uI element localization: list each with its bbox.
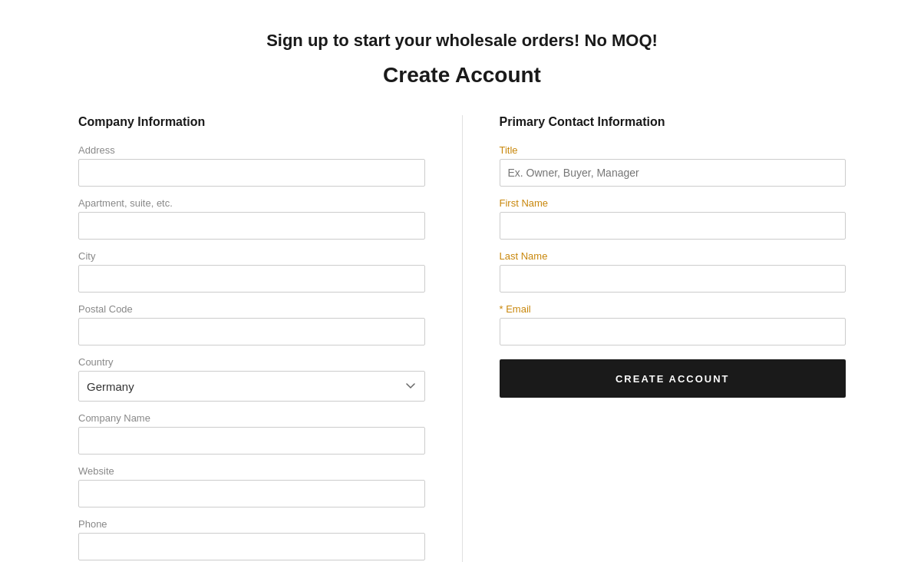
- company-name-field-group: Company Name: [78, 412, 425, 455]
- country-label: Country: [78, 356, 425, 368]
- title-input[interactable]: [500, 159, 846, 187]
- country-field-group: Country Germany United States United Kin…: [78, 356, 425, 402]
- create-account-button[interactable]: CREATE ACCOUNT: [500, 359, 846, 398]
- address-field-group: Address: [78, 144, 425, 187]
- apartment-input[interactable]: [78, 212, 425, 240]
- create-account-group: CREATE ACCOUNT: [500, 356, 846, 398]
- form-columns: Company Information Address Apartment, s…: [78, 115, 846, 562]
- email-label: * Email: [500, 303, 846, 315]
- apartment-field-group: Apartment, suite, etc.: [78, 197, 425, 240]
- email-input[interactable]: [500, 318, 846, 345]
- city-label: City: [78, 250, 425, 262]
- address-label: Address: [78, 144, 425, 156]
- first-name-label: First Name: [500, 197, 846, 209]
- website-input[interactable]: [78, 480, 425, 507]
- company-name-input[interactable]: [78, 427, 425, 455]
- first-name-input[interactable]: [500, 212, 846, 240]
- first-name-field-group: First Name: [500, 197, 846, 240]
- company-column-title: Company Information: [78, 115, 425, 129]
- phone-field-group: Phone: [78, 518, 425, 560]
- page-tagline: Sign up to start your wholesale orders! …: [78, 31, 846, 51]
- page-title: Create Account: [78, 63, 846, 88]
- phone-input[interactable]: [78, 533, 425, 560]
- phone-label: Phone: [78, 518, 425, 530]
- apartment-label: Apartment, suite, etc.: [78, 197, 425, 209]
- email-field-group: * Email: [500, 303, 846, 345]
- country-select[interactable]: Germany United States United Kingdom Fra…: [78, 371, 425, 402]
- page-container: Sign up to start your wholesale orders! …: [78, 31, 846, 562]
- city-input[interactable]: [78, 265, 425, 293]
- website-label: Website: [78, 465, 425, 477]
- postal-code-field-group: Postal Code: [78, 303, 425, 345]
- postal-code-label: Postal Code: [78, 303, 425, 315]
- postal-code-input[interactable]: [78, 318, 425, 345]
- column-divider: [462, 115, 463, 562]
- title-field-group: Title: [500, 144, 846, 187]
- last-name-label: Last Name: [500, 250, 846, 262]
- last-name-input[interactable]: [500, 265, 846, 293]
- city-field-group: City: [78, 250, 425, 293]
- website-field-group: Website: [78, 465, 425, 507]
- company-name-label: Company Name: [78, 412, 425, 424]
- company-column: Company Information Address Apartment, s…: [78, 115, 425, 562]
- address-input[interactable]: [78, 159, 425, 187]
- contact-column-title: Primary Contact Information: [500, 115, 846, 129]
- title-label: Title: [500, 144, 846, 156]
- last-name-field-group: Last Name: [500, 250, 846, 293]
- contact-column: Primary Contact Information Title First …: [500, 115, 846, 408]
